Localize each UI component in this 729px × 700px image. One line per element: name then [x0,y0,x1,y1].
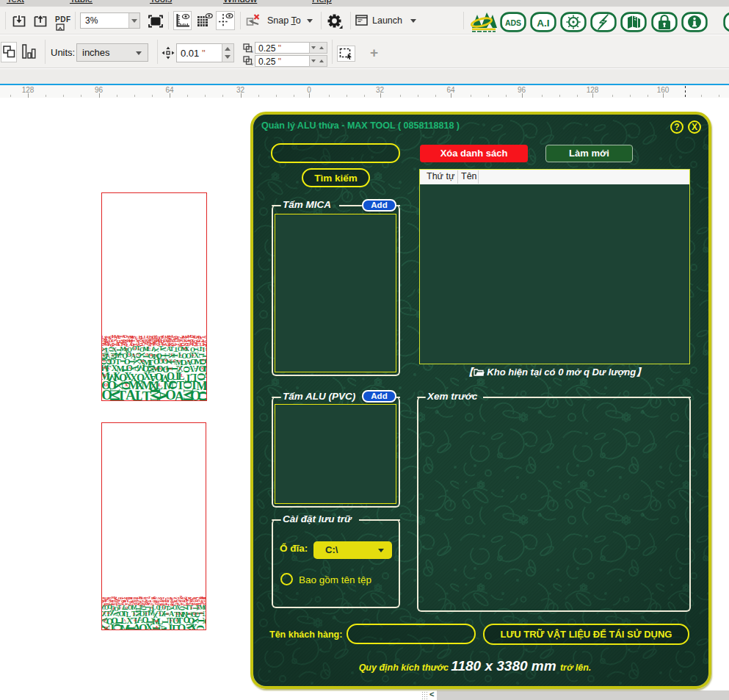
svg-text:A.I: A.I [537,18,549,29]
svg-text:ADS: ADS [505,18,521,27]
svg-text:x: x [251,49,253,53]
svg-text:y: y [251,62,253,65]
